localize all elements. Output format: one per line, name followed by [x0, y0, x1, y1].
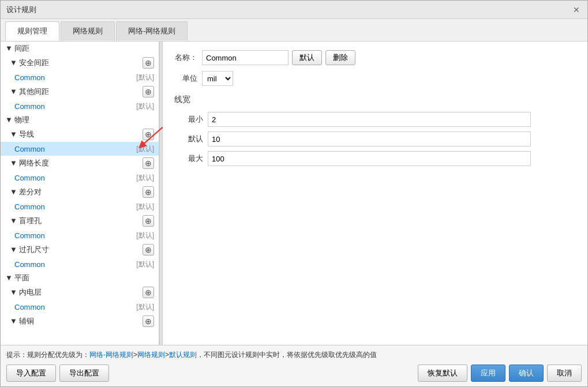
import-config-btn[interactable]: 导入配置 — [6, 365, 56, 382]
add-copper-pour-btn[interactable]: ⊕ — [143, 315, 154, 327]
add-lead-btn[interactable]: ⊕ — [143, 129, 154, 140]
common-3-label: Common — [14, 145, 45, 153]
copper-pour-label: ▼ 辅铜 — [10, 316, 34, 326]
group-plane[interactable]: ▼ 平面 — [1, 271, 159, 285]
right-panel: 名称： 默认 删除 单位 mil mm inch 线宽 最小 — [163, 42, 587, 345]
add-via-size-btn[interactable]: ⊕ — [143, 244, 154, 256]
wire-min-input[interactable] — [208, 112, 531, 127]
other-spacing-label: ▼ 其他间距 — [10, 87, 49, 97]
wire-width-form: 最小 默认 最大 — [186, 112, 576, 166]
add-safe-spacing-btn[interactable]: ⊕ — [143, 57, 154, 69]
add-inner-layer-btn[interactable]: ⊕ — [143, 287, 154, 298]
wire-min-label: 最小 — [186, 114, 203, 125]
tab-net-net-rules[interactable]: 网络-网络规则 — [116, 21, 188, 41]
delete-button[interactable]: 删除 — [325, 50, 355, 65]
restore-default-btn[interactable]: 恢复默认 — [418, 365, 467, 382]
name-label: 名称： — [174, 52, 197, 63]
common-7-tag: [默认] — [136, 260, 154, 269]
leaf-common-8[interactable]: Common [默认] — [1, 300, 159, 314]
hint-link-2: 网络规则 — [137, 351, 165, 359]
leaf-common-6[interactable]: Common [默认] — [1, 228, 159, 242]
physical-label: ▼ 物理 — [5, 115, 29, 125]
unit-label: 单位 — [174, 73, 197, 84]
group-spacing[interactable]: ▼ 间距 — [1, 42, 159, 55]
unit-select[interactable]: mil mm inch — [202, 71, 233, 86]
common-2-label: Common — [14, 102, 45, 111]
group-physical[interactable]: ▼ 物理 — [1, 113, 159, 127]
subgroup-other-spacing[interactable]: ▼ 其他间距 ⊕ — [1, 84, 159, 99]
leaf-common-4[interactable]: Common [默认] — [1, 171, 159, 185]
export-config-btn[interactable]: 导出配置 — [59, 365, 109, 382]
safe-spacing-label: ▼ 安全间距 — [10, 58, 49, 68]
subgroup-via-size[interactable]: ▼ 过孔尺寸 ⊕ — [1, 242, 159, 257]
subgroup-inner-layer[interactable]: ▼ 内电层 ⊕ — [1, 285, 159, 300]
common-6-label: Common — [14, 231, 45, 240]
apply-btn[interactable]: 应用 — [471, 365, 505, 382]
common-5-label: Common — [14, 202, 45, 211]
bottom-bar: 提示：规则分配优先级为：网络-网络规则>网络规则>默认规则，不同图元设计规则中实… — [1, 345, 587, 386]
name-row: 名称： 默认 删除 — [174, 50, 576, 65]
left-panel: ▼ 间距 ▼ 安全间距 ⊕ Common [默认] ▼ 其他间距 ⊕ — [1, 42, 159, 345]
subgroup-net-length[interactable]: ▼ 网络长度 ⊕ — [1, 156, 159, 171]
inner-layer-label: ▼ 内电层 — [10, 287, 42, 298]
cancel-btn[interactable]: 取消 — [547, 365, 582, 382]
wire-max-input[interactable] — [208, 151, 531, 166]
spacing-label: ▼ 间距 — [5, 43, 29, 54]
common-1-tag: [默认] — [136, 73, 154, 82]
buried-hole-label: ▼ 盲埋孔 — [10, 216, 42, 226]
subgroup-diff-pair[interactable]: ▼ 差分对 ⊕ — [1, 185, 159, 200]
diff-pair-label: ▼ 差分对 — [10, 187, 42, 197]
leaf-common-7[interactable]: Common [默认] — [1, 257, 159, 271]
name-input[interactable] — [202, 50, 289, 65]
wire-default-input[interactable] — [208, 131, 531, 146]
subgroup-copper-pour[interactable]: ▼ 辅铜 ⊕ — [1, 314, 159, 329]
common-3-tag: [默认] — [136, 144, 154, 154]
tabs-bar: 规则管理 网络规则 网络-网络规则 — [1, 19, 587, 42]
add-diff-pair-btn[interactable]: ⊕ — [143, 186, 154, 198]
leaf-common-2[interactable]: Common [默认] — [1, 99, 159, 113]
leaf-common-1[interactable]: Common [默认] — [1, 70, 159, 84]
wire-min-row: 最小 — [186, 112, 576, 127]
net-length-label: ▼ 网络长度 — [10, 158, 49, 168]
default-button[interactable]: 默认 — [292, 50, 322, 65]
wire-default-label: 默认 — [186, 134, 203, 144]
main-content: ▼ 间距 ▼ 安全间距 ⊕ Common [默认] ▼ 其他间距 ⊕ — [1, 42, 587, 345]
subgroup-lead[interactable]: ▼ 导线 ⊕ — [1, 127, 159, 142]
wire-default-row: 默认 — [186, 131, 576, 146]
main-window: 设计规则 ✕ 规则管理 网络规则 网络-网络规则 ▼ 间距 ▼ 安全间距 ⊕ — [0, 0, 588, 387]
common-6-tag: [默认] — [136, 231, 154, 241]
common-5-tag: [默认] — [136, 202, 154, 212]
common-4-tag: [默认] — [136, 173, 154, 183]
hint-link-1: 网络-网络规则 — [89, 351, 133, 359]
ok-btn[interactable]: 确认 — [509, 365, 544, 382]
tab-net-rules[interactable]: 网络规则 — [61, 21, 115, 41]
common-4-label: Common — [14, 174, 45, 182]
subgroup-safe-spacing[interactable]: ▼ 安全间距 ⊕ — [1, 55, 159, 70]
leaf-common-3[interactable]: Common [默认] — [1, 142, 159, 156]
add-other-spacing-btn[interactable]: ⊕ — [143, 86, 154, 97]
via-size-label: ▼ 过孔尺寸 — [10, 245, 49, 255]
common-2-tag: [默认] — [136, 102, 154, 111]
plane-label: ▼ 平面 — [5, 273, 29, 283]
unit-row: 单位 mil mm inch — [174, 71, 576, 86]
common-7-label: Common — [14, 260, 45, 269]
common-8-tag: [默认] — [136, 302, 154, 312]
hint-text: 提示：规则分配优先级为：网络-网络规则>网络规则>默认规则，不同图元设计规则中实… — [6, 350, 582, 360]
rule-tree: ▼ 间距 ▼ 安全间距 ⊕ Common [默认] ▼ 其他间距 ⊕ — [1, 42, 159, 329]
lead-label: ▼ 导线 — [10, 129, 34, 140]
leaf-common-5[interactable]: Common [默认] — [1, 200, 159, 213]
hint-link-3: 默认规则 — [169, 351, 197, 359]
subgroup-buried-hole[interactable]: ▼ 盲埋孔 ⊕ — [1, 213, 159, 228]
close-button[interactable]: ✕ — [571, 5, 582, 15]
tab-rules-mgmt[interactable]: 规则管理 — [5, 21, 59, 41]
window-title: 设计规则 — [6, 5, 36, 15]
bottom-buttons: 导入配置 导出配置 恢复默认 应用 确认 取消 — [6, 365, 582, 382]
wire-max-label: 最大 — [186, 153, 203, 164]
add-buried-hole-btn[interactable]: ⊕ — [143, 215, 154, 227]
common-8-label: Common — [14, 303, 45, 311]
add-net-length-btn[interactable]: ⊕ — [143, 157, 154, 169]
common-1-label: Common — [14, 73, 45, 82]
wire-max-row: 最大 — [186, 151, 576, 166]
wire-width-title: 线宽 — [174, 95, 576, 105]
title-bar: 设计规则 ✕ — [1, 1, 587, 19]
